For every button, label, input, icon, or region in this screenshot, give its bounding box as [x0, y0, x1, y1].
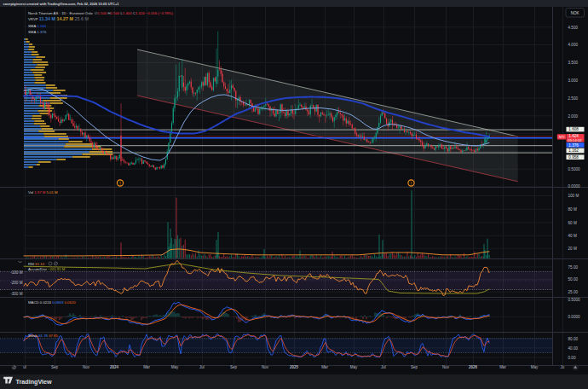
svg-text:25.00: 25.00 [568, 290, 579, 294]
svg-text:1.376: 1.376 [568, 143, 579, 148]
svg-text:Vol 1.97 M 5.01 M: Vol 1.97 M 5.01 M [28, 190, 58, 194]
svg-text:3.500: 3.500 [568, 61, 579, 65]
svg-text:VRVP 11.34 M 14.27 M 25.6 M: VRVP 11.34 M 14.27 M 25.6 M [28, 16, 89, 21]
svg-text:1.162: 1.162 [568, 148, 579, 153]
svg-text:SMA 1.376: SMA 1.376 [28, 30, 47, 34]
svg-text:ul: ul [23, 365, 26, 369]
svg-text:50.00: 50.00 [568, 277, 579, 282]
svg-text:Sep: Sep [411, 365, 418, 369]
svg-text:0.0000: 0.0000 [568, 184, 580, 189]
svg-text:0.5000: 0.5000 [568, 167, 580, 171]
svg-text:2.000: 2.000 [568, 114, 579, 119]
svg-text:May: May [171, 365, 179, 369]
svg-text:80 M: 80 M [568, 207, 577, 212]
svg-text:NTI: NTI [559, 135, 565, 139]
svg-text:Norsk Titanium AS · 1D · Euron: Norsk Titanium AS · 1D · Euronext Oslo O… [28, 11, 173, 15]
svg-text:Nov: Nov [262, 365, 269, 369]
svg-text:Stoch 61.78 67.85: Stoch 61.78 67.85 [28, 334, 59, 338]
svg-text:0.0000: 0.0000 [568, 315, 580, 319]
svg-text:May: May [531, 365, 539, 369]
svg-text:Mar: Mar [143, 365, 150, 369]
svg-text:Sep: Sep [51, 365, 59, 369]
svg-text:0.00: 0.00 [568, 356, 576, 360]
svg-text:-100 M: -100 M [10, 270, 22, 275]
svg-text:0.5000: 0.5000 [568, 298, 580, 302]
svg-text:May: May [350, 365, 358, 369]
svg-text:60 M: 60 M [568, 221, 577, 225]
svg-text:2025: 2025 [290, 365, 299, 369]
svg-text:0.958: 0.958 [568, 155, 579, 160]
svg-text:!: ! [411, 181, 412, 186]
svg-text:NOK: NOK [571, 11, 580, 15]
svg-text:05:14:02: 05:14:02 [568, 138, 582, 142]
svg-text:Sep: Sep [230, 365, 238, 369]
svg-text:savepiginvest created with Tra: savepiginvest created with TradingView.c… [3, 2, 120, 6]
svg-text:2026: 2026 [469, 365, 478, 369]
svg-text:Mar: Mar [321, 365, 328, 369]
svg-text:40.00: 40.00 [568, 346, 579, 351]
svg-text:Accum/Dist −205.95 M: Accum/Dist −205.95 M [28, 267, 66, 271]
svg-text:80.00: 80.00 [568, 337, 579, 341]
svg-text:Mar: Mar [499, 365, 506, 369]
svg-text:-300 M: -300 M [10, 292, 22, 296]
svg-text:-200 M: -200 M [10, 281, 22, 285]
svg-text:Nov: Nov [442, 365, 450, 369]
svg-text:Jul: Jul [381, 365, 386, 369]
svg-text:Ju: Ju [561, 365, 565, 369]
svg-text:2024: 2024 [110, 365, 119, 369]
svg-text:SMA 1.162: SMA 1.162 [28, 24, 47, 28]
svg-text:40 M: 40 M [568, 234, 577, 238]
svg-text:3.000: 3.000 [568, 78, 579, 83]
svg-text:75.00: 75.00 [568, 265, 579, 270]
svg-text:Nov: Nov [83, 365, 90, 369]
svg-text:MACD 0.0224 0.0843 0.0620: MACD 0.0224 0.0843 0.0620 [28, 300, 76, 305]
svg-text:1.608: 1.608 [568, 127, 579, 131]
svg-text:TradingView: TradingView [16, 378, 53, 386]
svg-text:2.500: 2.500 [568, 96, 579, 101]
svg-text:20 M: 20 M [568, 247, 577, 251]
svg-text:!: ! [119, 181, 120, 186]
svg-text:4.000: 4.000 [568, 43, 579, 47]
svg-text:100 M: 100 M [568, 194, 579, 198]
svg-text:Jul: Jul [199, 365, 205, 369]
svg-text:4.500: 4.500 [568, 26, 579, 30]
svg-text:RSI 61.10: RSI 61.10 [28, 262, 45, 266]
